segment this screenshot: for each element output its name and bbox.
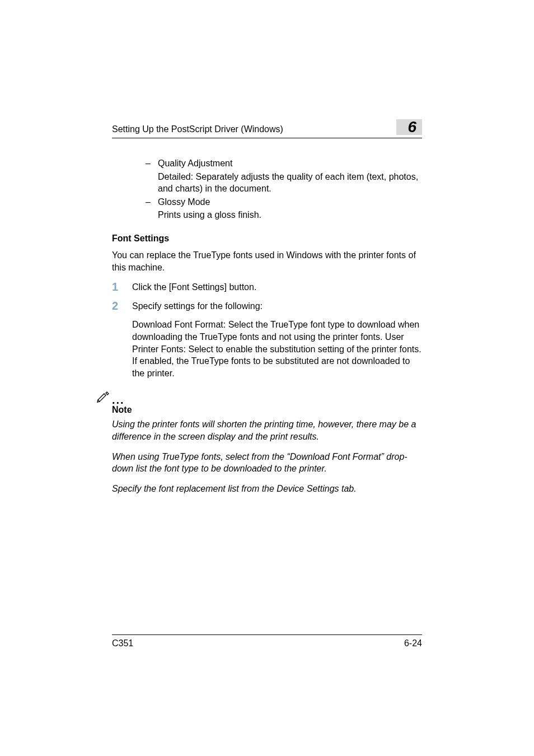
note-header: ... [96,390,422,404]
section-heading: Font Settings [112,234,422,244]
note-paragraph: Using the printer fonts will shorten the… [112,418,422,442]
bullet-item: – Glossy Mode [146,196,422,208]
footer: C351 6-24 [112,634,422,648]
step-detail: Download Font Format: Select the TrueTyp… [132,319,422,379]
step-text: Click the [Font Settings] button. [112,281,422,293]
chapter-box: 6 [396,119,422,135]
bullet-dash: – [146,157,158,170]
chapter-number: 6 [407,118,416,136]
note-paragraph: When using TrueType fonts, select from t… [112,451,422,475]
bullet-title: Glossy Mode [158,196,422,208]
bullet-item: – Quality Adjustment [146,157,422,170]
bullet-list: – Quality Adjustment Detailed: Separatel… [146,157,422,221]
note-dots: ... [112,396,125,404]
bullet-detail: Prints using a gloss finish. [158,209,422,221]
note-paragraph: Specify the font replacement list from t… [112,483,422,495]
step-row: 2 Specify settings for the following: [112,300,422,312]
footer-page-number: 6-24 [404,638,422,648]
header-row: Setting Up the PostScript Driver (Window… [112,119,422,138]
step-row: 1 Click the [Font Settings] button. [112,281,422,293]
page: Setting Up the PostScript Driver (Window… [0,0,534,756]
intro-paragraph: You can replace the TrueType fonts used … [112,249,422,273]
bullet-title: Quality Adjustment [158,157,422,170]
header-title: Setting Up the PostScript Driver (Window… [112,124,283,134]
bullet-dash: – [146,196,158,208]
footer-model: C351 [112,638,133,648]
content-area: – Quality Adjustment Detailed: Separatel… [146,157,422,494]
step-text: Specify settings for the following: [112,300,422,312]
bullet-detail: Detailed: Separately adjusts the quality… [158,171,422,195]
steps-block: 1 Click the [Font Settings] button. 2 Sp… [112,281,422,379]
pencil-icon [96,390,110,404]
note-label: Note [112,405,422,415]
